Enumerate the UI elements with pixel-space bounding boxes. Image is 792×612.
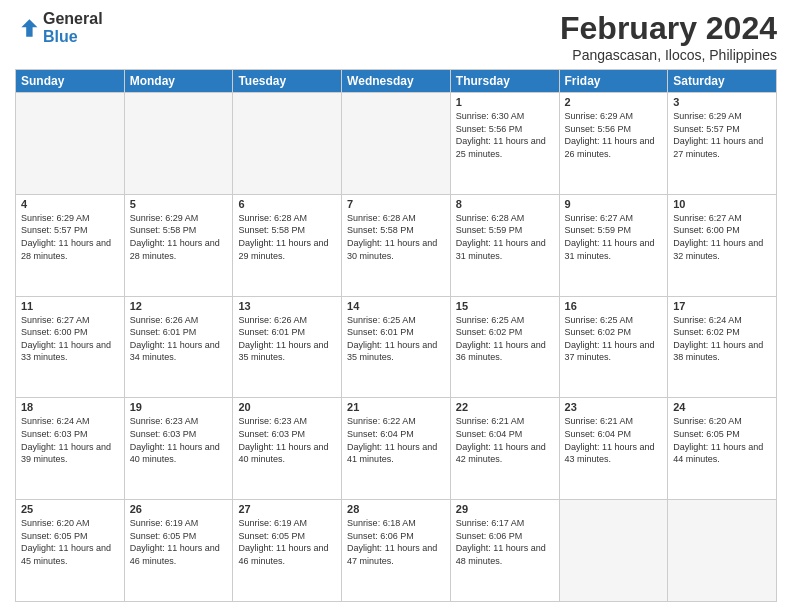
calendar-cell: 23Sunrise: 6:21 AM Sunset: 6:04 PM Dayli… bbox=[559, 398, 668, 500]
day-info: Sunrise: 6:23 AM Sunset: 6:03 PM Dayligh… bbox=[130, 415, 228, 465]
day-info: Sunrise: 6:30 AM Sunset: 5:56 PM Dayligh… bbox=[456, 110, 554, 160]
svg-marker-0 bbox=[21, 19, 37, 37]
calendar-cell: 18Sunrise: 6:24 AM Sunset: 6:03 PM Dayli… bbox=[16, 398, 125, 500]
day-number: 6 bbox=[238, 198, 336, 210]
calendar-cell: 20Sunrise: 6:23 AM Sunset: 6:03 PM Dayli… bbox=[233, 398, 342, 500]
calendar-week-row: 1Sunrise: 6:30 AM Sunset: 5:56 PM Daylig… bbox=[16, 93, 777, 195]
calendar-cell: 5Sunrise: 6:29 AM Sunset: 5:58 PM Daylig… bbox=[124, 194, 233, 296]
day-number: 1 bbox=[456, 96, 554, 108]
day-number: 26 bbox=[130, 503, 228, 515]
calendar-cell: 4Sunrise: 6:29 AM Sunset: 5:57 PM Daylig… bbox=[16, 194, 125, 296]
calendar-cell: 19Sunrise: 6:23 AM Sunset: 6:03 PM Dayli… bbox=[124, 398, 233, 500]
day-number: 16 bbox=[565, 300, 663, 312]
day-info: Sunrise: 6:25 AM Sunset: 6:02 PM Dayligh… bbox=[565, 314, 663, 364]
day-info: Sunrise: 6:19 AM Sunset: 6:05 PM Dayligh… bbox=[238, 517, 336, 567]
day-header: Monday bbox=[124, 70, 233, 93]
day-header: Sunday bbox=[16, 70, 125, 93]
day-info: Sunrise: 6:18 AM Sunset: 6:06 PM Dayligh… bbox=[347, 517, 445, 567]
day-number: 4 bbox=[21, 198, 119, 210]
calendar-cell: 2Sunrise: 6:29 AM Sunset: 5:56 PM Daylig… bbox=[559, 93, 668, 195]
calendar-cell bbox=[559, 500, 668, 602]
calendar-cell: 29Sunrise: 6:17 AM Sunset: 6:06 PM Dayli… bbox=[450, 500, 559, 602]
day-number: 22 bbox=[456, 401, 554, 413]
day-info: Sunrise: 6:25 AM Sunset: 6:01 PM Dayligh… bbox=[347, 314, 445, 364]
calendar-cell: 12Sunrise: 6:26 AM Sunset: 6:01 PM Dayli… bbox=[124, 296, 233, 398]
calendar-cell: 15Sunrise: 6:25 AM Sunset: 6:02 PM Dayli… bbox=[450, 296, 559, 398]
day-number: 18 bbox=[21, 401, 119, 413]
day-info: Sunrise: 6:19 AM Sunset: 6:05 PM Dayligh… bbox=[130, 517, 228, 567]
logo-text: General Blue bbox=[43, 10, 103, 45]
day-info: Sunrise: 6:28 AM Sunset: 5:59 PM Dayligh… bbox=[456, 212, 554, 262]
calendar-cell bbox=[16, 93, 125, 195]
day-info: Sunrise: 6:25 AM Sunset: 6:02 PM Dayligh… bbox=[456, 314, 554, 364]
day-number: 9 bbox=[565, 198, 663, 210]
calendar-cell: 16Sunrise: 6:25 AM Sunset: 6:02 PM Dayli… bbox=[559, 296, 668, 398]
day-info: Sunrise: 6:17 AM Sunset: 6:06 PM Dayligh… bbox=[456, 517, 554, 567]
day-number: 13 bbox=[238, 300, 336, 312]
day-info: Sunrise: 6:20 AM Sunset: 6:05 PM Dayligh… bbox=[673, 415, 771, 465]
day-number: 29 bbox=[456, 503, 554, 515]
calendar-cell: 1Sunrise: 6:30 AM Sunset: 5:56 PM Daylig… bbox=[450, 93, 559, 195]
calendar-week-row: 25Sunrise: 6:20 AM Sunset: 6:05 PM Dayli… bbox=[16, 500, 777, 602]
calendar-cell: 11Sunrise: 6:27 AM Sunset: 6:00 PM Dayli… bbox=[16, 296, 125, 398]
day-info: Sunrise: 6:24 AM Sunset: 6:02 PM Dayligh… bbox=[673, 314, 771, 364]
day-info: Sunrise: 6:22 AM Sunset: 6:04 PM Dayligh… bbox=[347, 415, 445, 465]
logo-general: General bbox=[43, 10, 103, 28]
calendar-week-row: 18Sunrise: 6:24 AM Sunset: 6:03 PM Dayli… bbox=[16, 398, 777, 500]
day-header: Tuesday bbox=[233, 70, 342, 93]
day-info: Sunrise: 6:24 AM Sunset: 6:03 PM Dayligh… bbox=[21, 415, 119, 465]
logo-icon bbox=[15, 16, 39, 40]
calendar-cell: 21Sunrise: 6:22 AM Sunset: 6:04 PM Dayli… bbox=[342, 398, 451, 500]
title-month: February 2024 bbox=[560, 10, 777, 47]
day-info: Sunrise: 6:29 AM Sunset: 5:57 PM Dayligh… bbox=[673, 110, 771, 160]
calendar-cell: 14Sunrise: 6:25 AM Sunset: 6:01 PM Dayli… bbox=[342, 296, 451, 398]
calendar-cell bbox=[342, 93, 451, 195]
calendar-cell: 24Sunrise: 6:20 AM Sunset: 6:05 PM Dayli… bbox=[668, 398, 777, 500]
day-number: 21 bbox=[347, 401, 445, 413]
day-info: Sunrise: 6:28 AM Sunset: 5:58 PM Dayligh… bbox=[238, 212, 336, 262]
calendar-cell: 7Sunrise: 6:28 AM Sunset: 5:58 PM Daylig… bbox=[342, 194, 451, 296]
day-header: Friday bbox=[559, 70, 668, 93]
calendar-cell: 13Sunrise: 6:26 AM Sunset: 6:01 PM Dayli… bbox=[233, 296, 342, 398]
calendar-cell: 6Sunrise: 6:28 AM Sunset: 5:58 PM Daylig… bbox=[233, 194, 342, 296]
day-info: Sunrise: 6:21 AM Sunset: 6:04 PM Dayligh… bbox=[456, 415, 554, 465]
day-number: 2 bbox=[565, 96, 663, 108]
header: General Blue February 2024 Pangascasan, … bbox=[15, 10, 777, 63]
calendar-table: SundayMondayTuesdayWednesdayThursdayFrid… bbox=[15, 69, 777, 602]
day-info: Sunrise: 6:27 AM Sunset: 6:00 PM Dayligh… bbox=[673, 212, 771, 262]
page: General Blue February 2024 Pangascasan, … bbox=[0, 0, 792, 612]
day-number: 24 bbox=[673, 401, 771, 413]
day-header: Saturday bbox=[668, 70, 777, 93]
day-number: 28 bbox=[347, 503, 445, 515]
day-number: 3 bbox=[673, 96, 771, 108]
logo-blue: Blue bbox=[43, 28, 103, 46]
day-number: 11 bbox=[21, 300, 119, 312]
day-info: Sunrise: 6:23 AM Sunset: 6:03 PM Dayligh… bbox=[238, 415, 336, 465]
day-number: 20 bbox=[238, 401, 336, 413]
calendar-week-row: 11Sunrise: 6:27 AM Sunset: 6:00 PM Dayli… bbox=[16, 296, 777, 398]
day-info: Sunrise: 6:21 AM Sunset: 6:04 PM Dayligh… bbox=[565, 415, 663, 465]
calendar-week-row: 4Sunrise: 6:29 AM Sunset: 5:57 PM Daylig… bbox=[16, 194, 777, 296]
day-info: Sunrise: 6:29 AM Sunset: 5:57 PM Dayligh… bbox=[21, 212, 119, 262]
day-number: 23 bbox=[565, 401, 663, 413]
day-info: Sunrise: 6:26 AM Sunset: 6:01 PM Dayligh… bbox=[238, 314, 336, 364]
day-number: 10 bbox=[673, 198, 771, 210]
calendar-cell: 25Sunrise: 6:20 AM Sunset: 6:05 PM Dayli… bbox=[16, 500, 125, 602]
calendar-cell bbox=[233, 93, 342, 195]
title-location: Pangascasan, Ilocos, Philippines bbox=[560, 47, 777, 63]
day-number: 8 bbox=[456, 198, 554, 210]
day-number: 27 bbox=[238, 503, 336, 515]
calendar-cell: 22Sunrise: 6:21 AM Sunset: 6:04 PM Dayli… bbox=[450, 398, 559, 500]
day-header: Thursday bbox=[450, 70, 559, 93]
day-number: 5 bbox=[130, 198, 228, 210]
calendar-cell bbox=[124, 93, 233, 195]
day-number: 15 bbox=[456, 300, 554, 312]
day-info: Sunrise: 6:27 AM Sunset: 5:59 PM Dayligh… bbox=[565, 212, 663, 262]
calendar-cell bbox=[668, 500, 777, 602]
calendar-cell: 27Sunrise: 6:19 AM Sunset: 6:05 PM Dayli… bbox=[233, 500, 342, 602]
day-number: 19 bbox=[130, 401, 228, 413]
day-number: 25 bbox=[21, 503, 119, 515]
day-number: 12 bbox=[130, 300, 228, 312]
calendar-header-row: SundayMondayTuesdayWednesdayThursdayFrid… bbox=[16, 70, 777, 93]
day-info: Sunrise: 6:29 AM Sunset: 5:56 PM Dayligh… bbox=[565, 110, 663, 160]
